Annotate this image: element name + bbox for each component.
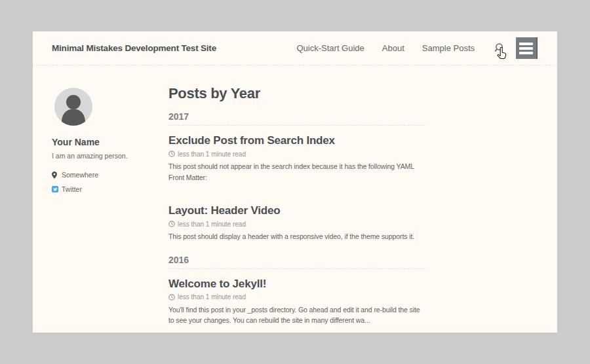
- post-meta: less than 1 minute read: [168, 220, 425, 228]
- clock-icon: [168, 151, 175, 157]
- author-name: Your Name: [52, 137, 168, 147]
- location-pin-icon: [52, 172, 62, 179]
- hamburger-menu-button[interactable]: [516, 37, 538, 59]
- page-content: Your Name I am an amazing person. Somewh…: [33, 65, 557, 333]
- post-title-link[interactable]: Welcome to Jekyll!: [168, 278, 425, 291]
- author-sidebar: Your Name I am an amazing person. Somewh…: [52, 85, 168, 333]
- post-excerpt: This post should display a header with a…: [168, 231, 425, 242]
- clock-icon: [168, 294, 175, 300]
- year-section-2017: 2017 Exclude Post from Search Index less…: [168, 111, 425, 242]
- site-title-link[interactable]: Minimal Mistakes Development Test Site: [52, 43, 216, 53]
- post-title-link[interactable]: Layout: Header Video: [168, 204, 425, 217]
- post-item-exclude-post[interactable]: Exclude Post from Search Index less than…: [168, 134, 425, 183]
- page-title: Posts by Year: [168, 85, 425, 101]
- person-silhouette-icon: [66, 95, 81, 109]
- post-excerpt: This post should not appear in the searc…: [168, 161, 425, 183]
- post-meta: less than 1 minute read: [168, 293, 425, 301]
- author-links: Somewhere Twitter: [52, 171, 168, 193]
- year-heading: 2017: [168, 111, 425, 126]
- hamburger-icon: [519, 43, 533, 45]
- clock-icon: [168, 221, 175, 227]
- post-item-welcome-to-jekyll[interactable]: Welcome to Jekyll! less than 1 minute re…: [168, 278, 425, 326]
- read-time: less than 1 minute read: [178, 151, 246, 158]
- masthead-nav: Quick-Start Guide About Sample Posts: [279, 37, 538, 59]
- masthead: Minimal Mistakes Development Test Site Q…: [33, 31, 557, 65]
- search-button[interactable]: [494, 43, 505, 54]
- site-page: Minimal Mistakes Development Test Site Q…: [33, 31, 557, 333]
- author-bio: I am an amazing person.: [52, 152, 168, 160]
- archive-main: Posts by Year 2017 Exclude Post from Sea…: [168, 85, 425, 333]
- avatar: [54, 88, 92, 126]
- desktop-canvas: { "masthead": { "site_title": "Minimal M…: [0, 0, 590, 364]
- read-time: less than 1 minute read: [178, 221, 246, 228]
- year-section-2016: 2016 Welcome to Jekyll! less than 1 minu…: [168, 255, 425, 326]
- year-heading: 2016: [168, 255, 425, 269]
- author-twitter-link[interactable]: Twitter: [52, 185, 168, 193]
- nav-item-sample-posts[interactable]: Sample Posts: [422, 43, 475, 53]
- author-twitter-label: Twitter: [62, 185, 82, 193]
- post-meta: less than 1 minute read: [168, 150, 425, 158]
- post-excerpt: You'll find this post in your _posts dir…: [168, 304, 425, 326]
- twitter-icon: [52, 186, 62, 192]
- post-title-link[interactable]: Exclude Post from Search Index: [168, 134, 425, 147]
- nav-item-about[interactable]: About: [382, 43, 404, 53]
- post-item-layout-header-video[interactable]: Layout: Header Video less than 1 minute …: [168, 204, 425, 242]
- magnifier-icon: [494, 44, 504, 55]
- author-location-label: Somewhere: [62, 171, 98, 179]
- read-time: less than 1 minute read: [178, 293, 246, 300]
- nav-item-quick-start-guide[interactable]: Quick-Start Guide: [296, 43, 364, 53]
- author-location-item: Somewhere: [52, 171, 168, 179]
